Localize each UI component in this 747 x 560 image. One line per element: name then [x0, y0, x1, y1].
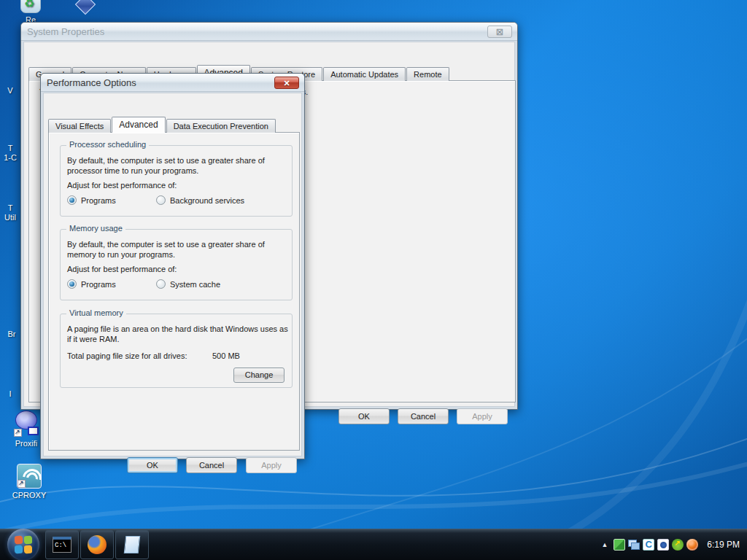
change-button[interactable]: Change	[233, 368, 285, 383]
windows-logo-icon	[15, 536, 32, 553]
system-properties-titlebar[interactable]: System Properties ☒	[21, 23, 517, 41]
tab-remote[interactable]: Remote	[406, 67, 449, 81]
start-button[interactable]	[7, 529, 39, 560]
performance-options-titlebar[interactable]: Performance Options ✕	[41, 74, 304, 92]
taskbar-item-command-prompt[interactable]: C:\	[45, 530, 79, 559]
system-tray: ▲ C 6:19 PM	[601, 539, 747, 551]
cancel-button[interactable]: Cancel	[186, 457, 237, 473]
radio-label: Background services	[170, 196, 244, 205]
ok-button[interactable]: OK	[338, 408, 390, 424]
desktop-icon-cproxy[interactable]: CPROXY	[7, 464, 51, 500]
diamond-app-icon	[75, 0, 94, 13]
network-tray-icon[interactable]	[628, 539, 640, 551]
radio-label: Programs	[81, 280, 116, 289]
radio-selected-icon[interactable]	[67, 195, 77, 205]
tab-advanced[interactable]: Advanced	[112, 117, 165, 133]
radio-unselected-icon[interactable]	[156, 279, 166, 289]
total-paging-label: Total paging file size for all drives:	[67, 351, 187, 361]
desktop-icon-label: CPROXY	[7, 491, 51, 500]
cproxy-icon	[17, 464, 42, 489]
total-paging-value: 500 MB	[212, 351, 240, 361]
radio-system-cache[interactable]: System cache	[156, 279, 220, 289]
group-desc: if it were RAM.	[67, 334, 120, 344]
show-hidden-icons-icon[interactable]: ▲	[601, 541, 608, 548]
group-title: Processor scheduling	[66, 140, 149, 149]
radio-label: System cache	[170, 280, 220, 289]
cancel-button[interactable]: Cancel	[398, 408, 449, 424]
apply-button[interactable]: Apply	[457, 408, 508, 424]
tab-data-execution-prevention[interactable]: Data Execution Prevention	[166, 119, 276, 133]
taskbar-clock[interactable]: 6:19 PM	[707, 540, 740, 550]
group-desc: A paging file is an area on the hard dis…	[67, 324, 288, 334]
close-icon[interactable]: ☒	[487, 26, 512, 38]
virtual-memory-group: Virtual memory A paging file is an area …	[60, 314, 293, 388]
apply-button[interactable]: Apply	[246, 457, 297, 473]
radio-unselected-icon[interactable]	[156, 195, 166, 205]
proxifier-icon	[14, 411, 39, 437]
tab-automatic-updates[interactable]: Automatic Updates	[323, 67, 406, 81]
proxifier-tray-icon[interactable]	[672, 539, 684, 551]
memory-usage-group: Memory usage By default, the computer is…	[60, 229, 293, 300]
window-title: System Properties	[27, 26, 104, 37]
desktop-icon-app[interactable]	[64, 0, 105, 15]
performance-options-body: Visual Effects Advanced Data Execution P…	[43, 93, 302, 456]
advanced-tab-page: Processor scheduling By default, the com…	[48, 132, 300, 451]
adjust-label: Adjust for best performance of:	[67, 264, 177, 274]
sync-tray-icon[interactable]	[614, 539, 625, 551]
group-desc: processor time to run your programs.	[67, 166, 198, 176]
security-tray-icon[interactable]	[686, 539, 698, 551]
taskbar-item-firefox[interactable]	[80, 530, 114, 559]
desktop-icon-recycle-bin[interactable]: Re	[10, 0, 51, 25]
web-badge-tray-icon[interactable]	[657, 539, 669, 551]
performance-options-tabs: Visual Effects Advanced Data Execution P…	[48, 117, 276, 133]
radio-programs[interactable]: Programs	[67, 279, 116, 289]
processor-scheduling-group: Processor scheduling By default, the com…	[60, 145, 293, 217]
ok-button[interactable]: OK	[127, 457, 178, 473]
adjust-label: Adjust for best performance of:	[67, 180, 177, 190]
close-icon[interactable]: ✕	[274, 77, 299, 89]
tab-visual-effects[interactable]: Visual Effects	[48, 119, 111, 133]
radio-selected-icon[interactable]	[67, 279, 77, 289]
command-prompt-icon: C:\	[53, 537, 71, 553]
group-desc: By default, the computer is set to use a…	[67, 155, 265, 166]
group-title: Virtual memory	[66, 308, 126, 317]
group-title: Memory usage	[66, 224, 125, 233]
notepad-icon	[124, 536, 141, 553]
group-desc: By default, the computer is set to use a…	[67, 239, 265, 249]
radio-background-services[interactable]: Background services	[156, 195, 244, 205]
radio-programs[interactable]: Programs	[67, 195, 116, 205]
firefox-icon	[88, 535, 107, 554]
recycle-bin-icon	[20, 0, 41, 13]
performance-options-window: Performance Options ✕ Visual Effects Adv…	[40, 73, 305, 459]
taskbar-item-notepad[interactable]	[115, 530, 149, 559]
radio-label: Programs	[81, 196, 116, 205]
taskbar: C:\ ▲ C 6:19 PM	[0, 529, 747, 560]
shortcut-arrow-icon	[14, 429, 22, 437]
cproxy-tray-icon[interactable]: C	[643, 539, 654, 551]
window-title: Performance Options	[47, 77, 136, 88]
shortcut-arrow-icon	[18, 480, 26, 488]
group-desc: memory to run your programs.	[67, 249, 175, 260]
